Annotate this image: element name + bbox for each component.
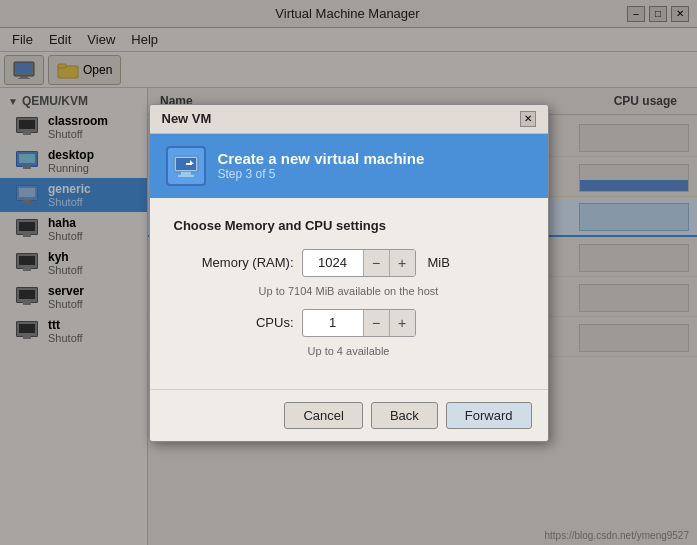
dialog-header-title: Create a new virtual machine <box>218 150 425 167</box>
memory-spinner: − + <box>302 249 416 277</box>
dialog-close-button[interactable]: ✕ <box>520 111 536 127</box>
dialog-body: Choose Memory and CPU settings Memory (R… <box>150 198 548 389</box>
cpus-input[interactable] <box>303 312 363 333</box>
cpus-label: CPUs: <box>174 315 294 330</box>
memory-label: Memory (RAM): <box>174 255 294 270</box>
memory-increment-button[interactable]: + <box>389 250 415 276</box>
cpus-hint: Up to 4 available <box>174 345 524 357</box>
cpus-row: CPUs: − + <box>174 309 524 337</box>
forward-button[interactable]: Forward <box>446 402 532 429</box>
memory-unit: MiB <box>428 255 450 270</box>
main-window: Virtual Machine Manager – □ ✕ File Edit … <box>0 0 697 545</box>
memory-hint: Up to 7104 MiB available on the host <box>174 285 524 297</box>
dialog-header-icon <box>166 146 206 186</box>
dialog-footer: Cancel Back Forward <box>150 389 548 441</box>
memory-row: Memory (RAM): − + MiB <box>174 249 524 277</box>
cpus-increment-button[interactable]: + <box>389 310 415 336</box>
svg-rect-8 <box>181 172 191 175</box>
new-vm-icon <box>172 152 200 180</box>
new-vm-dialog: New VM ✕ Create a new virtual mac <box>149 104 549 442</box>
memory-decrement-button[interactable]: − <box>363 250 389 276</box>
cancel-button[interactable]: Cancel <box>284 402 362 429</box>
memory-input[interactable] <box>303 252 363 273</box>
dialog-titlebar: New VM ✕ <box>150 105 548 134</box>
dialog-title: New VM <box>162 111 212 126</box>
cpus-spinner: − + <box>302 309 416 337</box>
svg-rect-11 <box>186 163 192 165</box>
svg-rect-9 <box>178 175 194 177</box>
modal-overlay: New VM ✕ Create a new virtual mac <box>0 0 697 545</box>
dialog-header: Create a new virtual machine Step 3 of 5 <box>150 134 548 198</box>
dialog-header-step: Step 3 of 5 <box>218 167 425 181</box>
dialog-section-title: Choose Memory and CPU settings <box>174 218 524 233</box>
back-button[interactable]: Back <box>371 402 438 429</box>
cpus-decrement-button[interactable]: − <box>363 310 389 336</box>
